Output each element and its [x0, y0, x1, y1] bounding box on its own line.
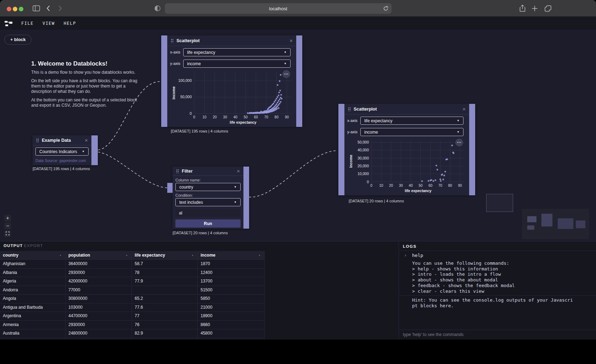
column-header-income[interactable]: income▲ [198, 251, 265, 259]
scatterplot-node-1[interactable]: Scatterplot × x-axis life expectancy ▼ y… [161, 35, 302, 127]
scatter-chart: 0102030405060708090010,00020,00030,00040… [344, 137, 469, 193]
table-cell: Antigua and Barbuda [0, 303, 66, 312]
sort-icon[interactable]: ▲ [125, 251, 128, 259]
svg-text:30: 30 [399, 184, 403, 187]
table-row[interactable]: Angola3080000065.25850 [0, 295, 265, 303]
x-axis-select[interactable]: life expectancy ▼ [183, 48, 291, 56]
table-row[interactable]: Austria875000081.844600 [0, 338, 265, 340]
welcome-paragraph: This is a demo flow to show you how data… [31, 70, 145, 75]
menu-view[interactable]: VIEW [43, 21, 55, 26]
back-icon[interactable] [46, 6, 50, 11]
tab-overview-icon[interactable] [545, 5, 551, 12]
scatterplot-node-2[interactable]: Scatterplot × x-axis life expectancy ▼ y… [338, 104, 475, 195]
scatter-chart: 0102030405060708090050,000100,000life ex… [167, 69, 296, 125]
output-tabs: OUTPUTEXPORT [4, 243, 43, 248]
input-port[interactable] [161, 35, 167, 127]
more-options-button[interactable]: ••• [455, 139, 463, 146]
dataset-caption: [DATASET] 195 rows | 4 columns [171, 129, 228, 133]
drag-handle-icon[interactable] [171, 39, 174, 43]
svg-text:50: 50 [244, 115, 248, 119]
filter-node[interactable]: Filter × Column name: country ▼ Conditio… [173, 167, 249, 229]
sort-icon[interactable]: ▲ [59, 251, 62, 259]
drag-handle-icon[interactable] [348, 107, 351, 111]
run-button[interactable]: Run [175, 219, 241, 228]
table-row[interactable]: Afghanistan3640000058.71870 [0, 260, 265, 269]
filter-value-input[interactable] [175, 209, 241, 217]
output-port[interactable] [243, 167, 249, 229]
chevron-down-icon: ▼ [234, 201, 237, 204]
table-cell: 30800000 [66, 295, 132, 303]
table-row[interactable]: Argentina447000007718900 [0, 312, 265, 321]
forward-icon[interactable] [58, 6, 62, 11]
minimap[interactable] [522, 209, 589, 239]
table-cell: 81.8 [132, 338, 198, 340]
dataset-caption: [DATASET] 20 rows | 4 columns [349, 199, 404, 203]
dataset-select[interactable]: Countries Indicators ▼ [35, 147, 89, 156]
condition-value: text includes [179, 200, 203, 205]
logs-title: LOGS [403, 244, 417, 248]
table-row[interactable]: Armenia2930000768660 [0, 321, 265, 330]
table-cell: 36400000 [66, 260, 132, 268]
close-icon[interactable]: × [237, 168, 240, 174]
log-line: > about - shows the about modal [412, 277, 515, 283]
y-axis-label: y-axis [347, 130, 358, 134]
y-axis-select[interactable]: income ▼ [183, 60, 291, 68]
table-row[interactable]: Australia2480000082.945800 [0, 329, 265, 338]
chevron-down-icon: ▼ [234, 185, 237, 189]
column-select[interactable]: country ▼ [175, 183, 241, 191]
menu-help[interactable]: HELP [64, 21, 76, 26]
svg-text:20: 20 [213, 115, 217, 119]
node-header: Scatterplot × [344, 104, 469, 114]
more-options-button[interactable]: ••• [282, 70, 290, 78]
privacy-shield-icon[interactable] [154, 5, 161, 11]
column-header-life-expectancy[interactable]: life expectancy▲ [132, 251, 198, 259]
edge-filter-to-scatter2 [249, 151, 337, 197]
share-icon[interactable] [519, 5, 525, 12]
output-port[interactable] [91, 135, 98, 165]
table-row[interactable]: Albania29300007812400 [0, 269, 265, 278]
table-row[interactable]: Algeria4200000077.913700 [0, 277, 265, 286]
add-block-button[interactable]: + block [4, 35, 32, 45]
input-port[interactable] [167, 183, 173, 193]
sidebar-toggle-icon[interactable] [33, 5, 40, 11]
output-port[interactable] [296, 35, 302, 127]
tab-output[interactable]: OUTPUT [4, 243, 23, 248]
drag-handle-icon[interactable] [176, 169, 179, 173]
column-name-label: Column name: [175, 178, 201, 182]
zoom-out-button[interactable]: − [4, 223, 11, 229]
table-cell: 2930000 [66, 269, 132, 277]
close-icon[interactable]: × [85, 138, 88, 143]
sort-icon[interactable]: ▲ [258, 251, 261, 259]
condition-select[interactable]: text includes ▼ [175, 198, 241, 206]
example-data-node[interactable]: Example Data × Countries Indicators ▼ Da… [33, 135, 98, 165]
chevron-down-icon: ▼ [457, 130, 460, 134]
url-bar[interactable]: localhost [165, 3, 392, 14]
table-cell: Algeria [0, 277, 66, 286]
close-window-button[interactable] [7, 7, 11, 11]
zoom-in-button[interactable]: + [4, 215, 11, 222]
drag-handle-icon[interactable] [36, 138, 39, 142]
close-icon[interactable]: × [462, 106, 466, 112]
new-tab-icon[interactable] [532, 6, 538, 11]
reload-icon[interactable] [383, 6, 388, 11]
logs-command-input[interactable]: type 'help' to see the commands [399, 330, 596, 340]
sort-icon[interactable]: ▲ [191, 251, 194, 259]
table-row[interactable]: Antigua and Barbuda10300077.621000 [0, 303, 265, 312]
tab-export[interactable]: EXPORT [24, 243, 43, 248]
output-port[interactable] [469, 104, 475, 195]
table-row[interactable]: Andorra7700051500 [0, 286, 265, 295]
menu-file[interactable]: FILE [21, 21, 34, 26]
close-icon[interactable]: × [289, 38, 293, 43]
column-header-country[interactable]: country▲ [0, 251, 66, 259]
svg-text:30,000: 30,000 [358, 156, 369, 160]
x-axis-select[interactable]: life expectancy ▼ [360, 117, 463, 125]
maximize-window-button[interactable] [19, 7, 23, 11]
input-port[interactable] [338, 104, 344, 195]
column-header-population[interactable]: population▲ [66, 251, 132, 259]
minimize-window-button[interactable] [13, 7, 17, 11]
table-cell: 8750000 [66, 338, 132, 340]
flow-canvas[interactable]: + block 1. Welcome to Datablocks! This i… [0, 30, 596, 241]
y-axis-select[interactable]: income ▼ [360, 128, 463, 136]
svg-text:10: 10 [379, 184, 383, 187]
fit-view-button[interactable] [4, 230, 11, 237]
